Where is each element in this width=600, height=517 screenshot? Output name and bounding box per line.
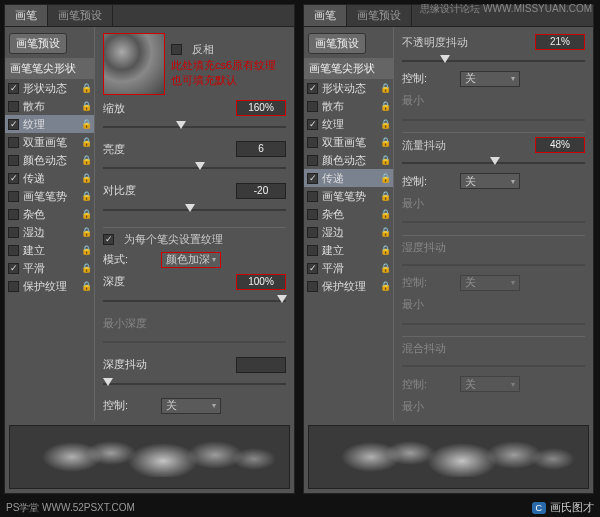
sidebar-item-9[interactable]: 建立🔒 bbox=[5, 241, 94, 259]
sidebar-item-10[interactable]: 平滑🔒 bbox=[5, 259, 94, 277]
lock-icon[interactable]: 🔒 bbox=[380, 83, 390, 93]
tip-shape-header[interactable]: 画笔笔尖形状 bbox=[5, 58, 94, 79]
lock-icon[interactable]: 🔒 bbox=[81, 173, 91, 183]
sidebar-checkbox[interactable] bbox=[307, 83, 318, 94]
sidebar-checkbox[interactable] bbox=[8, 119, 19, 130]
tip-shape-header-b[interactable]: 画笔笔尖形状 bbox=[304, 58, 393, 79]
sidebar-item-2[interactable]: 纹理🔒 bbox=[5, 115, 94, 133]
lock-icon[interactable]: 🔒 bbox=[81, 209, 91, 219]
lock-icon[interactable]: 🔒 bbox=[380, 191, 390, 201]
sidebar-checkbox[interactable] bbox=[307, 155, 318, 166]
sidebar-checkbox[interactable] bbox=[307, 209, 318, 220]
control-dropdown-1[interactable]: 关▾ bbox=[460, 71, 520, 87]
sidebar-item-11[interactable]: 保护纹理🔒 bbox=[304, 277, 393, 295]
sidebar-checkbox[interactable] bbox=[307, 191, 318, 202]
lock-icon[interactable]: 🔒 bbox=[81, 137, 91, 147]
sidebar-checkbox[interactable] bbox=[8, 209, 19, 220]
mode-dropdown[interactable]: 颜色加深▾ bbox=[161, 252, 221, 268]
invert-checkbox[interactable] bbox=[171, 44, 182, 55]
sidebar-checkbox[interactable] bbox=[8, 281, 19, 292]
lock-icon[interactable]: 🔒 bbox=[380, 209, 390, 219]
lock-icon[interactable]: 🔒 bbox=[81, 119, 91, 129]
brightness-value[interactable]: 6 bbox=[236, 141, 286, 157]
lock-icon[interactable]: 🔒 bbox=[380, 101, 390, 111]
sidebar-checkbox[interactable] bbox=[8, 101, 19, 112]
sidebar-checkbox[interactable] bbox=[307, 263, 318, 274]
sidebar-item-3[interactable]: 双重画笔🔒 bbox=[304, 133, 393, 151]
depth-value[interactable]: 100% bbox=[236, 274, 286, 290]
sidebar-item-5[interactable]: 传递🔒 bbox=[304, 169, 393, 187]
sidebar-item-9[interactable]: 建立🔒 bbox=[304, 241, 393, 259]
depth-jitter-value[interactable] bbox=[236, 357, 286, 373]
sidebar-checkbox[interactable] bbox=[8, 137, 19, 148]
sidebar-checkbox[interactable] bbox=[8, 83, 19, 94]
lock-icon[interactable]: 🔒 bbox=[81, 263, 91, 273]
lock-icon[interactable]: 🔒 bbox=[81, 101, 91, 111]
contrast-value[interactable]: -20 bbox=[236, 183, 286, 199]
lock-icon[interactable]: 🔒 bbox=[81, 191, 91, 201]
sidebar-item-0[interactable]: 形状动态🔒 bbox=[5, 79, 94, 97]
depth-slider[interactable] bbox=[103, 295, 286, 310]
sidebar-item-3[interactable]: 双重画笔🔒 bbox=[5, 133, 94, 151]
sidebar-item-11[interactable]: 保护纹理🔒 bbox=[5, 277, 94, 295]
scale-value[interactable]: 160% bbox=[236, 100, 286, 116]
sidebar-item-0[interactable]: 形状动态🔒 bbox=[304, 79, 393, 97]
opacity-jitter-value[interactable]: 21% bbox=[535, 34, 585, 50]
depth-jitter-slider[interactable] bbox=[103, 378, 286, 393]
control-dropdown[interactable]: 关▾ bbox=[161, 398, 221, 414]
sidebar-item-1[interactable]: 散布🔒 bbox=[5, 97, 94, 115]
lock-icon[interactable]: 🔒 bbox=[380, 173, 390, 183]
lock-icon[interactable]: 🔒 bbox=[81, 83, 91, 93]
sidebar-checkbox[interactable] bbox=[8, 155, 19, 166]
sidebar-item-8[interactable]: 湿边🔒 bbox=[304, 223, 393, 241]
lock-icon[interactable]: 🔒 bbox=[81, 155, 91, 165]
sidebar-checkbox[interactable] bbox=[8, 245, 19, 256]
lock-icon[interactable]: 🔒 bbox=[81, 227, 91, 237]
sidebar-checkbox[interactable] bbox=[307, 227, 318, 238]
control-dropdown-2[interactable]: 关▾ bbox=[460, 173, 520, 189]
sidebar-checkbox[interactable] bbox=[8, 191, 19, 202]
preset-button[interactable]: 画笔预设 bbox=[9, 33, 67, 54]
lock-icon[interactable]: 🔒 bbox=[380, 245, 390, 255]
sidebar-item-7[interactable]: 杂色🔒 bbox=[304, 205, 393, 223]
lock-icon[interactable]: 🔒 bbox=[380, 263, 390, 273]
brightness-slider[interactable] bbox=[103, 162, 286, 177]
texture-thumbnail[interactable] bbox=[103, 33, 165, 95]
lock-icon[interactable]: 🔒 bbox=[380, 119, 390, 129]
sidebar-checkbox[interactable] bbox=[307, 173, 318, 184]
sidebar-checkbox[interactable] bbox=[307, 101, 318, 112]
sidebar-item-7[interactable]: 杂色🔒 bbox=[5, 205, 94, 223]
lock-icon[interactable]: 🔒 bbox=[81, 281, 91, 291]
lock-icon[interactable]: 🔒 bbox=[380, 227, 390, 237]
sidebar-checkbox[interactable] bbox=[307, 245, 318, 256]
each-tip-checkbox[interactable] bbox=[103, 234, 114, 245]
tab-brush[interactable]: 画笔 bbox=[5, 5, 48, 26]
sidebar-item-8[interactable]: 湿边🔒 bbox=[5, 223, 94, 241]
sidebar-item-10[interactable]: 平滑🔒 bbox=[304, 259, 393, 277]
flow-jitter-slider[interactable] bbox=[402, 157, 585, 168]
sidebar-checkbox[interactable] bbox=[8, 263, 19, 274]
preset-button-b[interactable]: 画笔预设 bbox=[308, 33, 366, 54]
sidebar-item-1[interactable]: 散布🔒 bbox=[304, 97, 393, 115]
sidebar-item-4[interactable]: 颜色动态🔒 bbox=[304, 151, 393, 169]
tab-brush-b[interactable]: 画笔 bbox=[304, 5, 347, 26]
sidebar-checkbox[interactable] bbox=[8, 227, 19, 238]
tab-preset[interactable]: 画笔预设 bbox=[48, 5, 113, 26]
contrast-slider[interactable] bbox=[103, 204, 286, 219]
lock-icon[interactable]: 🔒 bbox=[380, 137, 390, 147]
sidebar-checkbox[interactable] bbox=[8, 173, 19, 184]
sidebar-checkbox[interactable] bbox=[307, 137, 318, 148]
sidebar-item-4[interactable]: 颜色动态🔒 bbox=[5, 151, 94, 169]
lock-icon[interactable]: 🔒 bbox=[380, 281, 390, 291]
sidebar-checkbox[interactable] bbox=[307, 281, 318, 292]
lock-icon[interactable]: 🔒 bbox=[380, 155, 390, 165]
lock-icon[interactable]: 🔒 bbox=[81, 245, 91, 255]
scale-slider[interactable] bbox=[103, 121, 286, 136]
opacity-jitter-slider[interactable] bbox=[402, 55, 585, 66]
sidebar-item-6[interactable]: 画笔笔势🔒 bbox=[5, 187, 94, 205]
sidebar-item-6[interactable]: 画笔笔势🔒 bbox=[304, 187, 393, 205]
sidebar-item-2[interactable]: 纹理🔒 bbox=[304, 115, 393, 133]
sidebar-item-5[interactable]: 传递🔒 bbox=[5, 169, 94, 187]
tab-preset-b[interactable]: 画笔预设 bbox=[347, 5, 412, 26]
sidebar-checkbox[interactable] bbox=[307, 119, 318, 130]
